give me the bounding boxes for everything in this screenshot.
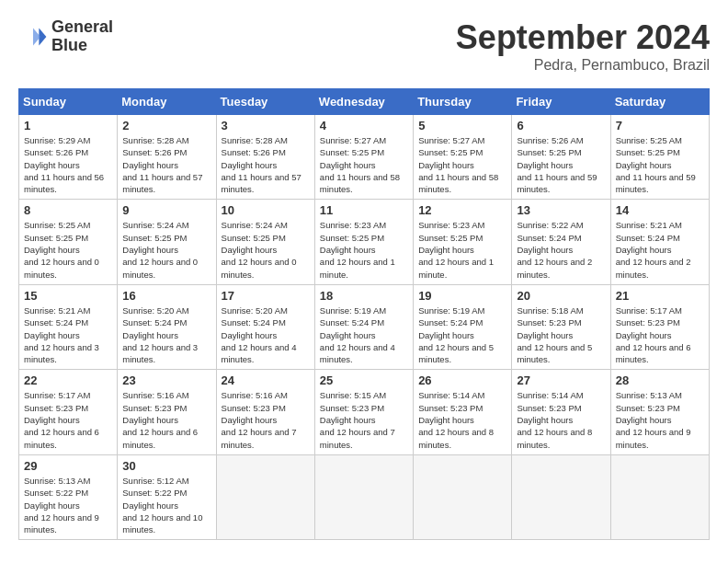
table-row: 8 Sunrise: 5:25 AM Sunset: 5:25 PM Dayli… bbox=[19, 200, 118, 284]
day-info: Sunrise: 5:19 AM Sunset: 5:24 PM Dayligh… bbox=[320, 304, 408, 365]
day-number: 24 bbox=[222, 373, 310, 387]
col-friday: Friday bbox=[512, 89, 610, 115]
day-info: Sunrise: 5:14 AM Sunset: 5:23 PM Dayligh… bbox=[418, 389, 506, 450]
col-wednesday: Wednesday bbox=[314, 89, 413, 115]
logo-line1: General bbox=[51, 18, 113, 37]
day-info: Sunrise: 5:12 AM Sunset: 5:22 PM Dayligh… bbox=[122, 475, 210, 535]
day-number: 22 bbox=[24, 373, 112, 387]
table-row: 21 Sunrise: 5:17 AM Sunset: 5:23 PM Dayl… bbox=[610, 284, 709, 369]
col-thursday: Thursday bbox=[414, 89, 512, 115]
day-number: 4 bbox=[320, 119, 408, 132]
calendar-week-row: 8 Sunrise: 5:25 AM Sunset: 5:25 PM Dayli… bbox=[19, 200, 710, 284]
table-row: 23 Sunrise: 5:16 AM Sunset: 5:23 PM Dayl… bbox=[118, 370, 216, 454]
day-number: 13 bbox=[517, 203, 605, 217]
day-number: 6 bbox=[517, 119, 605, 132]
day-info: Sunrise: 5:26 AM Sunset: 5:25 PM Dayligh… bbox=[517, 134, 605, 195]
table-row: 22 Sunrise: 5:17 AM Sunset: 5:23 PM Dayl… bbox=[19, 370, 118, 454]
table-row bbox=[512, 454, 610, 539]
day-info: Sunrise: 5:21 AM Sunset: 5:24 PM Dayligh… bbox=[24, 304, 112, 365]
table-row: 27 Sunrise: 5:14 AM Sunset: 5:23 PM Dayl… bbox=[512, 370, 610, 454]
day-info: Sunrise: 5:13 AM Sunset: 5:23 PM Dayligh… bbox=[616, 389, 704, 450]
day-number: 7 bbox=[616, 119, 704, 132]
calendar-week-row: 22 Sunrise: 5:17 AM Sunset: 5:23 PM Dayl… bbox=[19, 370, 710, 454]
day-info: Sunrise: 5:25 AM Sunset: 5:25 PM Dayligh… bbox=[616, 134, 704, 195]
table-row: 16 Sunrise: 5:20 AM Sunset: 5:24 PM Dayl… bbox=[118, 284, 216, 369]
day-info: Sunrise: 5:29 AM Sunset: 5:26 PM Dayligh… bbox=[24, 134, 112, 195]
day-number: 25 bbox=[320, 373, 408, 387]
day-number: 17 bbox=[222, 289, 310, 303]
table-row bbox=[414, 454, 512, 539]
table-row: 9 Sunrise: 5:24 AM Sunset: 5:25 PM Dayli… bbox=[118, 200, 216, 284]
table-row: 24 Sunrise: 5:16 AM Sunset: 5:23 PM Dayl… bbox=[216, 370, 314, 454]
day-number: 9 bbox=[122, 203, 210, 217]
day-number: 23 bbox=[122, 373, 210, 387]
col-monday: Monday bbox=[118, 89, 216, 115]
day-number: 5 bbox=[418, 119, 506, 132]
day-number: 21 bbox=[616, 289, 704, 303]
table-row: 26 Sunrise: 5:14 AM Sunset: 5:23 PM Dayl… bbox=[414, 370, 512, 454]
calendar-week-row: 15 Sunrise: 5:21 AM Sunset: 5:24 PM Dayl… bbox=[19, 284, 710, 369]
calendar-table: Sunday Monday Tuesday Wednesday Thursday… bbox=[18, 88, 710, 540]
day-number: 2 bbox=[122, 119, 210, 132]
table-row: 25 Sunrise: 5:15 AM Sunset: 5:23 PM Dayl… bbox=[314, 370, 413, 454]
logo-line2: Blue bbox=[51, 37, 113, 55]
day-info: Sunrise: 5:28 AM Sunset: 5:26 PM Dayligh… bbox=[222, 134, 310, 195]
day-info: Sunrise: 5:23 AM Sunset: 5:25 PM Dayligh… bbox=[320, 219, 408, 280]
table-row: 29 Sunrise: 5:13 AM Sunset: 5:22 PM Dayl… bbox=[19, 454, 118, 539]
table-row: 5 Sunrise: 5:27 AM Sunset: 5:25 PM Dayli… bbox=[414, 115, 512, 200]
page-header: General Blue September 2024 Pedra, Perna… bbox=[18, 18, 710, 74]
day-number: 19 bbox=[418, 289, 506, 303]
day-number: 27 bbox=[517, 373, 605, 387]
day-info: Sunrise: 5:14 AM Sunset: 5:23 PM Dayligh… bbox=[517, 389, 605, 450]
day-info: Sunrise: 5:23 AM Sunset: 5:25 PM Dayligh… bbox=[418, 219, 506, 280]
day-number: 8 bbox=[24, 203, 112, 217]
day-info: Sunrise: 5:24 AM Sunset: 5:25 PM Dayligh… bbox=[122, 219, 210, 280]
day-number: 14 bbox=[616, 203, 704, 217]
day-info: Sunrise: 5:19 AM Sunset: 5:24 PM Dayligh… bbox=[418, 304, 506, 365]
day-number: 26 bbox=[418, 373, 506, 387]
day-info: Sunrise: 5:27 AM Sunset: 5:25 PM Dayligh… bbox=[320, 134, 408, 195]
day-info: Sunrise: 5:28 AM Sunset: 5:26 PM Dayligh… bbox=[122, 134, 210, 195]
day-number: 3 bbox=[222, 119, 310, 132]
day-info: Sunrise: 5:21 AM Sunset: 5:24 PM Dayligh… bbox=[616, 219, 704, 280]
col-sunday: Sunday bbox=[19, 89, 118, 115]
day-number: 29 bbox=[24, 459, 112, 473]
day-number: 12 bbox=[418, 203, 506, 217]
table-row: 13 Sunrise: 5:22 AM Sunset: 5:24 PM Dayl… bbox=[512, 200, 610, 284]
table-row: 18 Sunrise: 5:19 AM Sunset: 5:24 PM Dayl… bbox=[314, 284, 413, 369]
calendar-header-row: Sunday Monday Tuesday Wednesday Thursday… bbox=[19, 89, 710, 115]
day-info: Sunrise: 5:15 AM Sunset: 5:23 PM Dayligh… bbox=[320, 389, 408, 450]
col-tuesday: Tuesday bbox=[216, 89, 314, 115]
table-row: 28 Sunrise: 5:13 AM Sunset: 5:23 PM Dayl… bbox=[610, 370, 709, 454]
table-row: 2 Sunrise: 5:28 AM Sunset: 5:26 PM Dayli… bbox=[118, 115, 216, 200]
day-info: Sunrise: 5:16 AM Sunset: 5:23 PM Dayligh… bbox=[122, 389, 210, 450]
day-number: 15 bbox=[24, 289, 112, 303]
table-row: 7 Sunrise: 5:25 AM Sunset: 5:25 PM Dayli… bbox=[610, 115, 709, 200]
day-number: 1 bbox=[24, 119, 112, 132]
day-number: 20 bbox=[517, 289, 605, 303]
logo: General Blue bbox=[18, 18, 113, 55]
calendar-week-row: 1 Sunrise: 5:29 AM Sunset: 5:26 PM Dayli… bbox=[19, 115, 710, 200]
table-row: 6 Sunrise: 5:26 AM Sunset: 5:25 PM Dayli… bbox=[512, 115, 610, 200]
day-info: Sunrise: 5:16 AM Sunset: 5:23 PM Dayligh… bbox=[222, 389, 310, 450]
location-title: Pedra, Pernambuco, Brazil bbox=[456, 57, 710, 74]
day-info: Sunrise: 5:17 AM Sunset: 5:23 PM Dayligh… bbox=[24, 389, 112, 450]
table-row bbox=[314, 454, 413, 539]
table-row: 4 Sunrise: 5:27 AM Sunset: 5:25 PM Dayli… bbox=[314, 115, 413, 200]
day-info: Sunrise: 5:18 AM Sunset: 5:23 PM Dayligh… bbox=[517, 304, 605, 365]
day-info: Sunrise: 5:13 AM Sunset: 5:22 PM Dayligh… bbox=[24, 475, 112, 535]
table-row: 20 Sunrise: 5:18 AM Sunset: 5:23 PM Dayl… bbox=[512, 284, 610, 369]
day-number: 16 bbox=[122, 289, 210, 303]
day-info: Sunrise: 5:20 AM Sunset: 5:24 PM Dayligh… bbox=[122, 304, 210, 365]
day-info: Sunrise: 5:27 AM Sunset: 5:25 PM Dayligh… bbox=[418, 134, 506, 195]
table-row: 15 Sunrise: 5:21 AM Sunset: 5:24 PM Dayl… bbox=[19, 284, 118, 369]
table-row: 10 Sunrise: 5:24 AM Sunset: 5:25 PM Dayl… bbox=[216, 200, 314, 284]
day-info: Sunrise: 5:25 AM Sunset: 5:25 PM Dayligh… bbox=[24, 219, 112, 280]
title-block: September 2024 Pedra, Pernambuco, Brazil bbox=[456, 18, 710, 74]
day-number: 30 bbox=[122, 459, 210, 473]
table-row: 17 Sunrise: 5:20 AM Sunset: 5:24 PM Dayl… bbox=[216, 284, 314, 369]
day-number: 11 bbox=[320, 203, 408, 217]
day-info: Sunrise: 5:20 AM Sunset: 5:24 PM Dayligh… bbox=[222, 304, 310, 365]
col-saturday: Saturday bbox=[610, 89, 709, 115]
month-title: September 2024 bbox=[456, 18, 710, 57]
